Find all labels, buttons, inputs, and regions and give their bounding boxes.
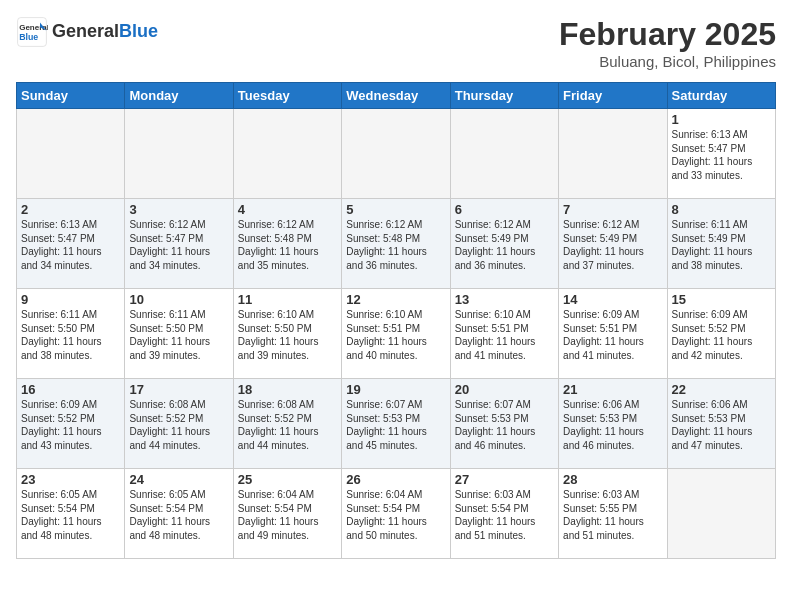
day-info: Sunrise: 6:03 AM Sunset: 5:55 PM Dayligh… <box>563 488 662 542</box>
calendar-day-cell: 14Sunrise: 6:09 AM Sunset: 5:51 PM Dayli… <box>559 289 667 379</box>
day-info: Sunrise: 6:11 AM Sunset: 5:49 PM Dayligh… <box>672 218 771 272</box>
day-info: Sunrise: 6:10 AM Sunset: 5:50 PM Dayligh… <box>238 308 337 362</box>
calendar-week-row: 16Sunrise: 6:09 AM Sunset: 5:52 PM Dayli… <box>17 379 776 469</box>
day-info: Sunrise: 6:08 AM Sunset: 5:52 PM Dayligh… <box>129 398 228 452</box>
calendar-day-cell: 27Sunrise: 6:03 AM Sunset: 5:54 PM Dayli… <box>450 469 558 559</box>
day-info: Sunrise: 6:12 AM Sunset: 5:49 PM Dayligh… <box>455 218 554 272</box>
day-number: 2 <box>21 202 120 217</box>
day-number: 10 <box>129 292 228 307</box>
day-info: Sunrise: 6:05 AM Sunset: 5:54 PM Dayligh… <box>21 488 120 542</box>
day-info: Sunrise: 6:07 AM Sunset: 5:53 PM Dayligh… <box>455 398 554 452</box>
day-info: Sunrise: 6:12 AM Sunset: 5:49 PM Dayligh… <box>563 218 662 272</box>
day-info: Sunrise: 6:12 AM Sunset: 5:48 PM Dayligh… <box>238 218 337 272</box>
day-number: 27 <box>455 472 554 487</box>
day-number: 7 <box>563 202 662 217</box>
calendar-day-cell: 1Sunrise: 6:13 AM Sunset: 5:47 PM Daylig… <box>667 109 775 199</box>
day-number: 23 <box>21 472 120 487</box>
logo: General Blue GeneralBlue <box>16 16 158 48</box>
day-info: Sunrise: 6:09 AM Sunset: 5:52 PM Dayligh… <box>21 398 120 452</box>
day-number: 16 <box>21 382 120 397</box>
weekday-header-sunday: Sunday <box>17 83 125 109</box>
calendar-day-cell: 25Sunrise: 6:04 AM Sunset: 5:54 PM Dayli… <box>233 469 341 559</box>
day-info: Sunrise: 6:10 AM Sunset: 5:51 PM Dayligh… <box>346 308 445 362</box>
weekday-header-monday: Monday <box>125 83 233 109</box>
calendar-day-cell: 2Sunrise: 6:13 AM Sunset: 5:47 PM Daylig… <box>17 199 125 289</box>
day-info: Sunrise: 6:05 AM Sunset: 5:54 PM Dayligh… <box>129 488 228 542</box>
day-number: 26 <box>346 472 445 487</box>
calendar-week-row: 1Sunrise: 6:13 AM Sunset: 5:47 PM Daylig… <box>17 109 776 199</box>
calendar-week-row: 2Sunrise: 6:13 AM Sunset: 5:47 PM Daylig… <box>17 199 776 289</box>
day-number: 19 <box>346 382 445 397</box>
day-number: 28 <box>563 472 662 487</box>
calendar-day-cell: 23Sunrise: 6:05 AM Sunset: 5:54 PM Dayli… <box>17 469 125 559</box>
day-info: Sunrise: 6:03 AM Sunset: 5:54 PM Dayligh… <box>455 488 554 542</box>
day-number: 9 <box>21 292 120 307</box>
calendar-week-row: 23Sunrise: 6:05 AM Sunset: 5:54 PM Dayli… <box>17 469 776 559</box>
calendar-day-cell <box>559 109 667 199</box>
day-info: Sunrise: 6:04 AM Sunset: 5:54 PM Dayligh… <box>346 488 445 542</box>
logo-blue-text: Blue <box>119 21 158 41</box>
calendar-day-cell: 18Sunrise: 6:08 AM Sunset: 5:52 PM Dayli… <box>233 379 341 469</box>
day-number: 13 <box>455 292 554 307</box>
calendar-day-cell: 28Sunrise: 6:03 AM Sunset: 5:55 PM Dayli… <box>559 469 667 559</box>
day-number: 5 <box>346 202 445 217</box>
calendar-day-cell: 19Sunrise: 6:07 AM Sunset: 5:53 PM Dayli… <box>342 379 450 469</box>
day-number: 22 <box>672 382 771 397</box>
day-number: 20 <box>455 382 554 397</box>
weekday-header-row: SundayMondayTuesdayWednesdayThursdayFrid… <box>17 83 776 109</box>
calendar-day-cell <box>667 469 775 559</box>
calendar-day-cell <box>233 109 341 199</box>
day-info: Sunrise: 6:06 AM Sunset: 5:53 PM Dayligh… <box>563 398 662 452</box>
day-info: Sunrise: 6:07 AM Sunset: 5:53 PM Dayligh… <box>346 398 445 452</box>
day-number: 24 <box>129 472 228 487</box>
day-info: Sunrise: 6:08 AM Sunset: 5:52 PM Dayligh… <box>238 398 337 452</box>
day-number: 18 <box>238 382 337 397</box>
calendar-day-cell: 11Sunrise: 6:10 AM Sunset: 5:50 PM Dayli… <box>233 289 341 379</box>
calendar-day-cell <box>342 109 450 199</box>
calendar-day-cell: 8Sunrise: 6:11 AM Sunset: 5:49 PM Daylig… <box>667 199 775 289</box>
calendar-day-cell: 3Sunrise: 6:12 AM Sunset: 5:47 PM Daylig… <box>125 199 233 289</box>
calendar-day-cell <box>17 109 125 199</box>
day-number: 1 <box>672 112 771 127</box>
calendar-day-cell: 6Sunrise: 6:12 AM Sunset: 5:49 PM Daylig… <box>450 199 558 289</box>
day-number: 17 <box>129 382 228 397</box>
day-info: Sunrise: 6:09 AM Sunset: 5:51 PM Dayligh… <box>563 308 662 362</box>
calendar-day-cell: 17Sunrise: 6:08 AM Sunset: 5:52 PM Dayli… <box>125 379 233 469</box>
calendar-day-cell: 15Sunrise: 6:09 AM Sunset: 5:52 PM Dayli… <box>667 289 775 379</box>
day-number: 8 <box>672 202 771 217</box>
title-block: February 2025 Buluang, Bicol, Philippine… <box>559 16 776 70</box>
day-info: Sunrise: 6:13 AM Sunset: 5:47 PM Dayligh… <box>672 128 771 182</box>
calendar-table: SundayMondayTuesdayWednesdayThursdayFrid… <box>16 82 776 559</box>
day-number: 3 <box>129 202 228 217</box>
calendar-day-cell: 10Sunrise: 6:11 AM Sunset: 5:50 PM Dayli… <box>125 289 233 379</box>
weekday-header-tuesday: Tuesday <box>233 83 341 109</box>
day-info: Sunrise: 6:12 AM Sunset: 5:47 PM Dayligh… <box>129 218 228 272</box>
day-number: 15 <box>672 292 771 307</box>
day-info: Sunrise: 6:11 AM Sunset: 5:50 PM Dayligh… <box>129 308 228 362</box>
logo-icon: General Blue <box>16 16 48 48</box>
day-info: Sunrise: 6:04 AM Sunset: 5:54 PM Dayligh… <box>238 488 337 542</box>
calendar-day-cell: 9Sunrise: 6:11 AM Sunset: 5:50 PM Daylig… <box>17 289 125 379</box>
calendar-day-cell: 4Sunrise: 6:12 AM Sunset: 5:48 PM Daylig… <box>233 199 341 289</box>
calendar-week-row: 9Sunrise: 6:11 AM Sunset: 5:50 PM Daylig… <box>17 289 776 379</box>
calendar-day-cell <box>125 109 233 199</box>
calendar-day-cell: 20Sunrise: 6:07 AM Sunset: 5:53 PM Dayli… <box>450 379 558 469</box>
weekday-header-friday: Friday <box>559 83 667 109</box>
day-info: Sunrise: 6:10 AM Sunset: 5:51 PM Dayligh… <box>455 308 554 362</box>
day-number: 6 <box>455 202 554 217</box>
day-info: Sunrise: 6:06 AM Sunset: 5:53 PM Dayligh… <box>672 398 771 452</box>
calendar-day-cell: 5Sunrise: 6:12 AM Sunset: 5:48 PM Daylig… <box>342 199 450 289</box>
day-number: 25 <box>238 472 337 487</box>
page-subtitle: Buluang, Bicol, Philippines <box>559 53 776 70</box>
calendar-day-cell: 16Sunrise: 6:09 AM Sunset: 5:52 PM Dayli… <box>17 379 125 469</box>
calendar-day-cell: 12Sunrise: 6:10 AM Sunset: 5:51 PM Dayli… <box>342 289 450 379</box>
day-number: 21 <box>563 382 662 397</box>
day-info: Sunrise: 6:13 AM Sunset: 5:47 PM Dayligh… <box>21 218 120 272</box>
day-info: Sunrise: 6:12 AM Sunset: 5:48 PM Dayligh… <box>346 218 445 272</box>
calendar-day-cell: 22Sunrise: 6:06 AM Sunset: 5:53 PM Dayli… <box>667 379 775 469</box>
weekday-header-saturday: Saturday <box>667 83 775 109</box>
calendar-day-cell: 26Sunrise: 6:04 AM Sunset: 5:54 PM Dayli… <box>342 469 450 559</box>
weekday-header-wednesday: Wednesday <box>342 83 450 109</box>
day-number: 14 <box>563 292 662 307</box>
calendar-day-cell: 7Sunrise: 6:12 AM Sunset: 5:49 PM Daylig… <box>559 199 667 289</box>
